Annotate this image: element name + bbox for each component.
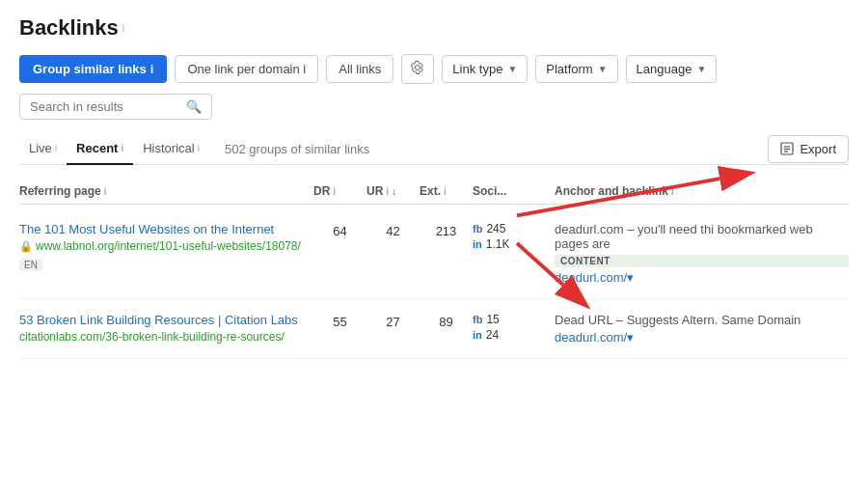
fb-label-1: fb — [473, 223, 482, 235]
one-link-per-domain-label: One link per domain — [187, 62, 299, 76]
anchor-link-1[interactable]: deadurl.com/▾ — [555, 270, 849, 285]
one-link-per-domain-button[interactable]: One link per domain i — [175, 55, 318, 83]
main-content: Live i Recent i Historical i 502 groups … — [19, 133, 849, 359]
col-ur-info: i — [386, 186, 389, 197]
lock-icon-1: 🔒 — [19, 240, 33, 253]
in-count-1: 1.1K — [486, 237, 510, 251]
col-social: Soci... — [473, 184, 555, 198]
anchor-cell-2: Dead URL – Suggests Altern. Same Domain … — [555, 313, 849, 345]
social-cell-2: fb 15 in 24 — [473, 313, 555, 342]
tab-historical-label: Historical — [143, 141, 194, 155]
in-label-1: in — [473, 238, 482, 250]
col-ur: UR i ↓ — [366, 184, 420, 198]
url-row-2: citationlabs.com/36-broken-link-building… — [19, 330, 313, 344]
social-fb-1: fb 245 — [473, 222, 555, 235]
link-type-label: Link type — [452, 62, 502, 76]
social-cell-1: fb 245 in 1.1K — [473, 222, 555, 251]
platform-dropdown[interactable]: Platform ▼ — [535, 55, 617, 83]
one-link-info-icon: i — [303, 62, 306, 76]
ur-cell-2: 27 — [366, 313, 420, 329]
groups-count: 502 groups of similar links — [225, 142, 369, 156]
search-row: 🔍 — [19, 94, 849, 120]
col-dr-info: i — [333, 186, 336, 197]
title-info-icon: i — [122, 22, 124, 34]
col-dr: DR i — [313, 184, 366, 198]
lang-row-1: EN — [19, 256, 313, 271]
col-ext-label: Ext. — [420, 184, 441, 198]
tab-recent-info: i — [121, 143, 123, 153]
social-in-2: in 24 — [473, 328, 555, 342]
link-type-chevron: ▼ — [507, 64, 517, 74]
all-links-label: All links — [339, 62, 381, 76]
referring-title-1[interactable]: The 101 Most Useful Websites on the Inte… — [19, 222, 313, 236]
group-similar-info-icon: i — [150, 62, 154, 76]
title-text: Backlinks — [19, 15, 119, 41]
language-label: Language — [637, 62, 692, 76]
anchor-text-2: Dead URL – Suggests Altern. Same Domain — [555, 313, 849, 327]
col-ur-sort: ↓ — [392, 186, 396, 197]
anchor-link-2[interactable]: deadurl.com/▾ — [555, 330, 849, 345]
tab-recent-label: Recent — [76, 141, 118, 155]
referring-url-2[interactable]: citationlabs.com/36-broken-link-building… — [19, 330, 285, 344]
col-referring-page-label: Referring page — [19, 184, 101, 198]
anchor-cell-1: deadurl.com – you'll need thi bookmarked… — [555, 222, 849, 285]
content-badge-1: CONTENT — [555, 255, 849, 267]
all-links-button[interactable]: All links — [326, 55, 393, 83]
language-chevron: ▼ — [696, 64, 706, 74]
col-social-label: Soci... — [473, 184, 506, 198]
social-in-1: in 1.1K — [473, 237, 555, 251]
fb-count-1: 245 — [486, 222, 505, 235]
in-count-2: 24 — [486, 328, 499, 342]
referring-title-2[interactable]: 53 Broken Link Building Resources | Cita… — [19, 313, 313, 327]
lang-badge-1: EN — [19, 259, 42, 271]
tab-live[interactable]: Live i — [19, 133, 67, 165]
table-row: The 101 Most Useful Websites on the Inte… — [19, 208, 849, 299]
search-icon: 🔍 — [186, 99, 202, 114]
in-label-2: in — [473, 329, 482, 341]
col-referring-page: Referring page i — [19, 184, 313, 198]
dr-cell-1: 64 — [313, 222, 366, 238]
col-ext: Ext. i — [420, 184, 473, 198]
referring-page-cell-2: 53 Broken Link Building Resources | Cita… — [19, 313, 313, 344]
export-icon — [780, 142, 794, 155]
tab-historical[interactable]: Historical i — [133, 133, 209, 165]
tabs-row: Live i Recent i Historical i 502 groups … — [19, 133, 849, 165]
platform-chevron: ▼ — [598, 64, 608, 74]
col-ur-label: UR — [366, 184, 383, 198]
table-header: Referring page i DR i UR i ↓ Ext. i Soci… — [19, 179, 849, 205]
toolbar: Group similar links i One link per domai… — [19, 54, 849, 84]
platform-label: Platform — [546, 62, 592, 76]
fb-label-2: fb — [473, 314, 482, 325]
link-type-dropdown[interactable]: Link type ▼ — [442, 55, 528, 83]
settings-button[interactable] — [401, 54, 434, 84]
referring-url-1[interactable]: www.labnol.org/internet/101-useful-websi… — [36, 239, 301, 253]
group-similar-links-label: Group similar links — [33, 62, 147, 76]
tab-live-label: Live — [29, 141, 52, 155]
col-dr-label: DR — [313, 184, 330, 198]
col-anchor-info: i — [671, 186, 674, 197]
tab-live-info: i — [55, 143, 57, 153]
referring-page-cell-1: The 101 Most Useful Websites on the Inte… — [19, 222, 313, 271]
url-row-1: 🔒 www.labnol.org/internet/101-useful-web… — [19, 239, 313, 253]
language-dropdown[interactable]: Language ▼ — [626, 55, 718, 83]
search-wrapper[interactable]: 🔍 — [19, 94, 212, 120]
dr-cell-2: 55 — [313, 313, 366, 329]
fb-count-2: 15 — [486, 313, 499, 326]
col-anchor-label: Anchor and backlink — [555, 184, 668, 198]
social-fb-2: fb 15 — [473, 313, 555, 326]
ext-cell-1: 213 — [420, 222, 473, 238]
col-anchor: Anchor and backlink i — [555, 184, 849, 198]
gear-icon — [411, 61, 424, 74]
search-input[interactable] — [30, 99, 182, 114]
ext-cell-2: 89 — [420, 313, 473, 329]
group-similar-links-button[interactable]: Group similar links i — [19, 55, 167, 83]
col-ext-info: i — [444, 186, 447, 197]
col-referring-page-info: i — [104, 186, 107, 197]
page-title: Backlinks i — [19, 15, 849, 41]
tab-recent[interactable]: Recent i — [67, 133, 133, 165]
table-row: 53 Broken Link Building Resources | Cita… — [19, 299, 849, 359]
export-button[interactable]: Export — [768, 135, 849, 163]
export-label: Export — [800, 142, 836, 156]
tab-historical-info: i — [198, 143, 200, 153]
anchor-text-1: deadurl.com – you'll need thi bookmarked… — [555, 222, 849, 251]
